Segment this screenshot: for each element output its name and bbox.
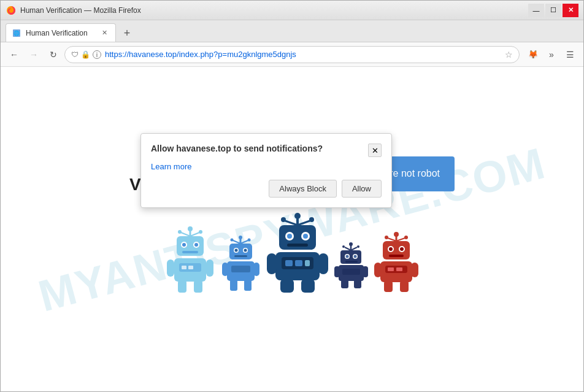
svg-point-26	[230, 239, 233, 242]
svg-line-7	[190, 233, 199, 236]
svg-line-66	[351, 247, 357, 250]
extensions-button[interactable]: »	[543, 46, 560, 63]
svg-rect-38	[253, 263, 259, 276]
forward-button[interactable]: →	[25, 46, 42, 63]
svg-rect-73	[345, 261, 358, 263]
popup-title: Allow havanese.top to send notifications…	[151, 144, 368, 153]
tab-close-button[interactable]: ✕	[99, 28, 109, 38]
svg-point-81	[394, 232, 399, 237]
svg-point-50	[287, 234, 292, 239]
title-bar-left: Human Verification — Mozilla Firefox	[6, 5, 141, 16]
svg-line-25	[233, 240, 240, 244]
svg-rect-94	[388, 267, 394, 271]
robot-1	[166, 225, 215, 293]
robots-row	[166, 213, 418, 293]
svg-point-46	[309, 217, 314, 222]
svg-line-45	[298, 221, 310, 225]
lock-icon: 🔒	[81, 50, 90, 59]
svg-point-89	[389, 247, 393, 251]
always-block-button[interactable]: Always Block	[269, 180, 337, 198]
svg-rect-55	[285, 260, 293, 266]
svg-rect-37	[222, 263, 228, 276]
navigation-bar: ← → ↻ 🛡 🔒 i https://havanese.top/index.p…	[1, 42, 583, 67]
svg-rect-79	[354, 280, 361, 288]
svg-point-85	[404, 236, 408, 239]
browser-window: Human Verification — Mozilla Firefox — ☐…	[0, 0, 584, 392]
svg-point-13	[194, 243, 198, 247]
svg-line-5	[181, 233, 190, 236]
popup-header: Allow havanese.top to send notifications…	[151, 144, 382, 157]
tab-bar: 🌐 Human Verification ✕ +	[1, 20, 583, 42]
svg-rect-91	[389, 255, 404, 257]
back-button[interactable]: ←	[6, 46, 23, 63]
refresh-button[interactable]: ↻	[45, 46, 62, 63]
svg-point-44	[281, 217, 286, 222]
svg-point-42	[294, 213, 301, 219]
pocket-button[interactable]: 🦊	[524, 46, 542, 63]
svg-point-83	[385, 236, 388, 239]
robot-2	[221, 234, 261, 293]
maximize-button[interactable]: ☐	[545, 4, 561, 17]
svg-rect-75	[342, 269, 360, 275]
svg-rect-59	[318, 253, 328, 274]
address-bar[interactable]: 🛡 🔒 i https://havanese.top/index.php?p=m…	[64, 46, 520, 63]
svg-point-71	[345, 255, 348, 258]
popup-close-button[interactable]: ✕	[368, 144, 382, 157]
svg-rect-77	[363, 266, 368, 277]
svg-rect-60	[280, 279, 294, 293]
content-area: Allow havanese.top to send notifications…	[1, 67, 583, 391]
svg-rect-18	[188, 266, 193, 269]
nav-right-buttons: 🦊 » ☰	[524, 46, 578, 63]
svg-rect-20	[206, 259, 213, 277]
learn-more-link[interactable]: Learn more	[151, 162, 382, 171]
svg-rect-95	[396, 267, 402, 271]
close-button[interactable]: ✕	[563, 4, 578, 17]
new-tab-button[interactable]: +	[118, 25, 136, 42]
svg-point-32	[234, 249, 237, 252]
svg-rect-76	[334, 266, 340, 277]
robot-4	[334, 242, 368, 293]
svg-rect-29	[229, 244, 252, 259]
svg-point-8	[199, 230, 202, 234]
svg-point-28	[247, 239, 250, 242]
svg-rect-36	[231, 266, 250, 272]
firefox-icon	[6, 5, 17, 16]
address-bar-icons: 🛡 🔒 i	[71, 50, 101, 59]
svg-rect-61	[301, 279, 315, 293]
minimize-button[interactable]: —	[528, 4, 544, 17]
svg-rect-96	[374, 263, 382, 277]
svg-point-4	[188, 226, 193, 231]
svg-point-12	[182, 243, 186, 247]
svg-point-51	[303, 234, 308, 239]
svg-rect-56	[295, 260, 302, 266]
svg-rect-17	[182, 266, 186, 269]
svg-line-27	[240, 240, 248, 244]
svg-rect-14	[182, 251, 198, 253]
menu-button[interactable]: ☰	[561, 46, 578, 63]
robot-5	[374, 231, 418, 293]
tab-label: Human Verification	[26, 29, 94, 37]
bookmark-star-icon[interactable]: ☆	[505, 50, 513, 60]
svg-rect-21	[178, 280, 186, 293]
svg-rect-97	[411, 263, 418, 277]
svg-point-6	[178, 230, 182, 234]
svg-rect-40	[244, 280, 252, 291]
svg-point-72	[353, 255, 356, 258]
svg-rect-57	[305, 260, 310, 266]
svg-point-67	[357, 245, 359, 248]
info-icon: i	[93, 50, 101, 59]
svg-rect-98	[384, 281, 393, 292]
browser-tab[interactable]: 🌐 Human Verification ✕	[6, 23, 116, 42]
svg-rect-19	[167, 259, 174, 277]
svg-rect-22	[194, 280, 202, 293]
window-controls: — ☐ ✕	[528, 4, 578, 17]
allow-button[interactable]: Allow	[342, 180, 382, 198]
svg-point-33	[244, 249, 247, 252]
url-display: https://havanese.top/index.php?p=mu2gknl…	[105, 50, 499, 59]
svg-line-84	[396, 238, 405, 241]
popup-buttons: Always Block Allow	[151, 180, 382, 198]
title-bar: Human Verification — Mozilla Firefox — ☐…	[1, 1, 583, 20]
tab-page-icon: 🌐	[12, 29, 21, 37]
svg-rect-52	[287, 244, 308, 247]
svg-point-90	[400, 247, 404, 251]
